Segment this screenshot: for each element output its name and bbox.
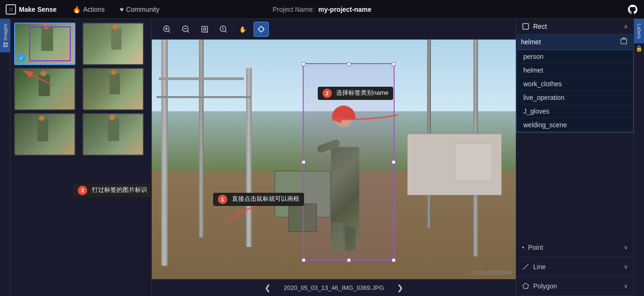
rect-chevron: ∧ [624,23,628,30]
polygon-icon [522,282,529,290]
svg-rect-23 [621,39,627,44]
zoom-out-btn[interactable] [178,22,193,37]
rect-header-left: Rect [522,23,547,30]
point-chevron[interactable]: ∨ [624,244,628,251]
line-section: Line ∨ [516,257,634,277]
line-chevron[interactable]: ∨ [624,263,628,270]
point-section: • Point ∨ [516,238,634,257]
right-panel-spacer [516,133,634,238]
nav-community[interactable]: ♥ Community [113,4,166,15]
canvas-area: ✋ [152,19,516,296]
label-input-row [516,34,634,50]
callout-1: 1 直接点击鼠标就可以画框 [213,193,304,206]
canvas-toolbar: ✋ [152,19,516,40]
label-option-welding-scene[interactable]: welding_scene [517,118,633,132]
project-name: my-project-name [318,6,372,13]
project-label: Project Name: [272,6,314,13]
app-logo[interactable]: □ Make Sense [6,4,57,15]
lock-icon: 🔒 [636,45,643,52]
point-tool-row: • Point ∨ [522,241,628,254]
line-tool-row: Line ∨ [522,260,628,273]
rect-title: Rect [533,23,547,30]
rect-icon [522,23,529,30]
zoom-reset-btn[interactable] [216,22,231,37]
label-dropdown: person helmet work_clothes live_operatio… [516,50,634,132]
images-tab-label: Images [2,24,8,41]
svg-rect-22 [523,24,528,29]
svg-line-13 [225,31,227,33]
svg-line-26 [523,264,528,270]
label-input[interactable] [521,38,619,46]
callout-text-1: 直接点击鼠标就可以画框 [232,195,299,202]
point-tool-left: • Point [522,244,543,251]
polygon-chevron[interactable]: ∨ [624,283,628,289]
nav-actions-label: Actions [83,6,105,13]
label-option-work-clothes[interactable]: work_clothes [517,77,633,91]
callout-num-1: 1 [218,195,227,204]
pan-btn[interactable]: ✋ [235,22,250,37]
polygon-title: Polygon [533,282,557,290]
canvas-content[interactable]: 1 直接点击鼠标就可以画框 [152,40,516,279]
image-thumb-5[interactable] [14,113,75,156]
nav-actions[interactable]: 🔥 Actions [66,4,111,15]
github-icon[interactable] [627,4,638,15]
zoom-fit-btn[interactable] [197,22,212,37]
header-project-info: Project Name: my-project-name [272,6,372,13]
canvas-footer: ❮ 2020_05_03_13_46_IMG_0369.JPG ❯ [152,279,516,296]
image-thumb-2[interactable] [83,23,144,65]
svg-line-7 [188,31,189,33]
label-option-helmet[interactable]: helmet [517,64,633,77]
rect-section: Rect ∧ person [516,19,634,133]
photo-scene [152,40,516,279]
prev-image-btn[interactable]: ❮ [261,283,274,292]
labels-tab[interactable]: Labels [634,19,644,43]
app-title: Make Sense [19,6,57,13]
svg-line-4 [169,31,170,33]
sidebar-left: 🖼 Images [0,19,10,296]
watermark: CSDN @阿研学cv [470,269,512,276]
callout-num-2: 2 [322,89,332,98]
images-tab[interactable]: 🖼 Images [0,19,10,52]
image-thumb-1[interactable]: ✓ [14,23,75,65]
heart-icon: ♥ [120,6,124,13]
header: □ Make Sense 🔥 Actions ♥ Community Proje… [0,0,644,19]
rect-header[interactable]: Rect ∧ [516,19,634,34]
svg-rect-8 [202,26,207,32]
svg-text:✋: ✋ [239,25,247,33]
next-image-btn[interactable]: ❯ [393,283,407,292]
image-thumb-4[interactable] [83,68,144,110]
label-option-live-operation[interactable]: live_operation [517,91,633,105]
callout-3: 3 打过标签的图片标识 [73,184,152,197]
polygon-section: Polygon ∨ [516,277,634,296]
header-nav: 🔥 Actions ♥ Community [66,4,166,15]
image-thumb-6[interactable] [83,113,144,156]
point-icon: • [522,244,524,251]
header-right [627,4,638,15]
sidebar-right: Labels 🔒 [634,19,644,296]
point-title: Point [528,244,543,251]
zoom-in-btn[interactable] [159,22,174,37]
callout-num-3: 3 [78,186,87,195]
callout-2: 2 选择标签类别name [318,87,393,100]
labels-tab-label: Labels [636,24,642,39]
current-filename: 2020_05_03_13_46_IMG_0369.JPG [284,284,384,291]
label-option-person[interactable]: person [517,50,633,64]
image-thumb-3[interactable] [14,68,75,110]
crosshair-btn[interactable] [254,22,269,37]
line-tool-left: Line [522,263,545,271]
nav-community-label: Community [126,6,159,13]
images-icon: 🖼 [2,42,8,48]
arrow-callout-2 [318,106,403,134]
line-title: Line [533,263,545,271]
svg-point-15 [259,27,264,32]
callout-text-3: 打过标签的图片标识 [92,186,147,193]
polygon-tool-left: Polygon [522,282,557,290]
label-delete-btn[interactable] [619,37,629,47]
label-option-j-gloves[interactable]: J_gloves [517,105,633,118]
polygon-tool-row: Polygon ∨ [522,280,628,293]
svg-point-9 [204,28,206,30]
thumb-check-1: ✓ [17,54,25,62]
logo-icon: □ [6,4,16,15]
fire-icon: 🔥 [73,6,81,13]
right-panel: Rect ∧ person [516,19,634,296]
